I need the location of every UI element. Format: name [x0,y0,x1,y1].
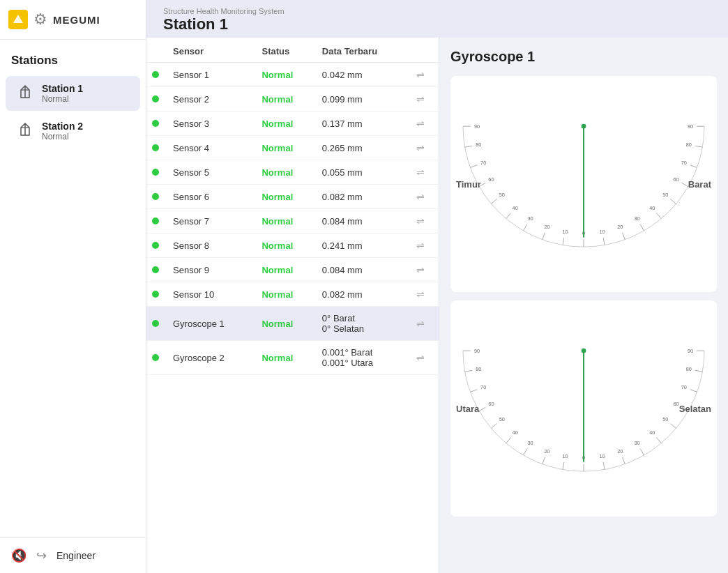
row-filter-icon[interactable]: ⇌ [411,185,439,209]
row-status: Normal [256,234,316,258]
svg-line-67 [543,457,545,464]
row-sensor-name: Sensor 6 [167,185,256,209]
station1-status: Normal [42,94,83,104]
table-row[interactable]: Sensor 6Normal0.082 mm⇌ [146,185,439,209]
row-data: 0.001° Barat 0.001° Utara [317,341,411,375]
row-dot [146,160,167,185]
table-row[interactable]: Sensor 3Normal0.137 mm⇌ [146,112,439,136]
row-dot [146,136,167,160]
row-status: Normal [256,87,316,112]
sidebar: ⚙ MEGUMI Stations Station 1 Normal Stati… [0,0,146,573]
row-dot [146,209,167,234]
svg-text:30: 30 [527,215,533,222]
svg-text:90: 90 [474,348,480,354]
row-data: 0.082 mm [317,185,411,209]
row-dot [146,63,167,87]
table-row[interactable]: Sensor 8Normal0.241 mm⇌ [146,234,439,258]
svg-line-29 [523,224,526,231]
svg-text:20: 20 [545,224,550,230]
svg-text:70: 70 [681,384,687,390]
row-filter-icon[interactable]: ⇌ [411,234,439,258]
row-filter-icon[interactable]: ⇌ [411,136,439,160]
table-row[interactable]: Sensor 7Normal0.084 mm⇌ [146,209,439,234]
svg-text:60: 60 [488,176,494,183]
row-sensor-name: Gyroscope 2 [167,341,256,375]
row-dot [146,282,167,307]
svg-line-53 [670,423,676,428]
row-data: 0.082 mm [317,282,411,307]
table-row[interactable]: Sensor 10Normal0.082 mm⇌ [146,282,439,307]
row-sensor-name: Sensor 4 [167,136,256,160]
svg-line-77 [470,390,477,392]
row-dot [146,307,167,341]
row-data: 0.099 mm [317,87,411,112]
table-header-row: Sensor Status Data Terbaru [146,38,439,63]
row-filter-icon[interactable]: ⇌ [411,258,439,282]
gauge1-container: Timur Barat 9080706050403020100102030405… [450,76,717,292]
table-row[interactable]: Gyroscope 1Normal0° Barat 0° Selatan⇌ [146,307,439,341]
row-data: 0° Barat 0° Selatan [317,307,411,341]
svg-text:80: 80 [476,366,481,372]
station1-icon [15,84,35,104]
row-status: Normal [256,258,316,282]
svg-line-31 [506,213,511,219]
svg-text:20: 20 [617,448,623,454]
mute-icon[interactable]: 🔇 [11,548,26,563]
svg-line-19 [623,233,625,240]
row-dot [146,258,167,282]
svg-line-37 [470,165,477,168]
table-row[interactable]: Sensor 1Normal0.042 mm⇌ [146,63,439,87]
svg-text:30: 30 [527,440,533,446]
row-filter-icon[interactable]: ⇌ [411,209,439,234]
station1-name: Station 1 [42,83,83,94]
row-filter-icon[interactable]: ⇌ [411,63,439,87]
svg-line-57 [640,449,644,455]
row-data: 0.084 mm [317,258,411,282]
stations-section-title: Stations [0,40,146,75]
svg-text:10: 10 [599,229,605,235]
row-filter-icon[interactable]: ⇌ [411,160,439,185]
logo-area: ⚙ MEGUMI [0,0,146,40]
table-row[interactable]: Gyroscope 2Normal0.001° Barat 0.001° Uta… [146,341,439,375]
header-title: Station 1 [163,15,711,38]
row-sensor-name: Sensor 5 [167,160,256,185]
row-filter-icon[interactable]: ⇌ [411,341,439,375]
row-filter-icon[interactable]: ⇌ [411,112,439,136]
svg-line-11 [682,183,688,186]
svg-line-21 [603,238,605,245]
svg-text:40: 40 [649,205,655,211]
col-sensor: Sensor [167,38,256,63]
svg-text:80: 80 [686,142,692,148]
row-filter-icon[interactable]: ⇌ [411,87,439,112]
svg-text:30: 30 [634,215,639,222]
row-filter-icon[interactable]: ⇌ [411,282,439,307]
table-row[interactable]: Sensor 4Normal0.265 mm⇌ [146,136,439,160]
svg-text:60: 60 [673,176,678,183]
table-row[interactable]: Sensor 5Normal0.055 mm⇌ [146,160,439,185]
row-sensor-name: Sensor 9 [167,258,256,282]
gauge1-svg: 9080706050403020100102030405060708090 [456,84,711,280]
svg-line-33 [491,199,496,204]
table-row[interactable]: Sensor 2Normal0.099 mm⇌ [146,87,439,112]
main-content: Structure Health Monitoring System Stati… [146,0,728,573]
row-filter-icon[interactable]: ⇌ [411,307,439,341]
table-row[interactable]: Sensor 9Normal0.084 mm⇌ [146,258,439,282]
svg-line-55 [656,438,661,443]
svg-line-15 [656,213,661,219]
svg-text:30: 30 [634,440,639,446]
svg-text:10: 10 [562,229,568,235]
row-status: Normal [256,185,316,209]
svg-text:40: 40 [513,205,518,211]
gyroscope-title: Gyroscope 1 [450,49,717,65]
gauge2-label-left: Utara [456,404,479,414]
row-data: 0.042 mm [317,63,411,87]
logout-icon[interactable]: ↪ [36,548,47,563]
svg-point-84 [582,349,586,353]
sidebar-item-station1[interactable]: Station 1 Normal [6,76,140,111]
row-status: Normal [256,63,316,87]
svg-line-75 [479,407,485,411]
svg-line-49 [690,390,697,392]
sidebar-item-station2[interactable]: Station 2 Normal [6,114,140,148]
row-status: Normal [256,112,316,136]
svg-line-7 [695,146,703,147]
